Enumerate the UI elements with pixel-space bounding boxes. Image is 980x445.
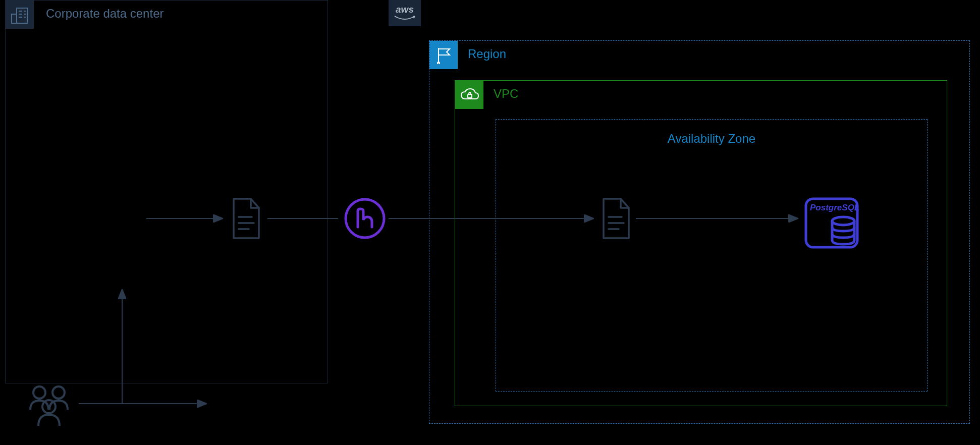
svg-rect-10 [468, 94, 472, 98]
cloud-lock-icon [455, 81, 483, 109]
svg-point-19 [832, 217, 854, 225]
availability-zone-label: Availability Zone [496, 132, 927, 146]
svg-rect-1 [12, 14, 17, 23]
file-icon [230, 197, 263, 240]
building-icon [6, 1, 34, 29]
availability-zone-box: Availability Zone [496, 119, 928, 392]
users-icon [25, 384, 76, 427]
region-box: Region VPC Availability Zone [429, 40, 970, 424]
aws-logo-icon: aws [389, 0, 421, 26]
postgres-label: PostgreSQL [810, 203, 859, 212]
corporate-datacenter-box: Corporate data center [5, 0, 328, 383]
postgres-icon: PostgreSQL [804, 197, 859, 249]
vpc-label: VPC [494, 87, 518, 101]
aws-logo-text: aws [396, 4, 414, 15]
flag-icon [429, 41, 458, 69]
corporate-datacenter-label: Corporate data center [46, 7, 164, 21]
svg-point-20 [33, 386, 45, 399]
hex-n-icon [343, 197, 387, 240]
region-label: Region [468, 47, 506, 61]
svg-rect-0 [17, 8, 28, 23]
vpc-box: VPC Availability Zone [455, 80, 947, 406]
svg-point-21 [52, 386, 65, 399]
architecture-diagram: Corporate data center aws Region [0, 0, 980, 445]
file-icon [600, 197, 633, 240]
